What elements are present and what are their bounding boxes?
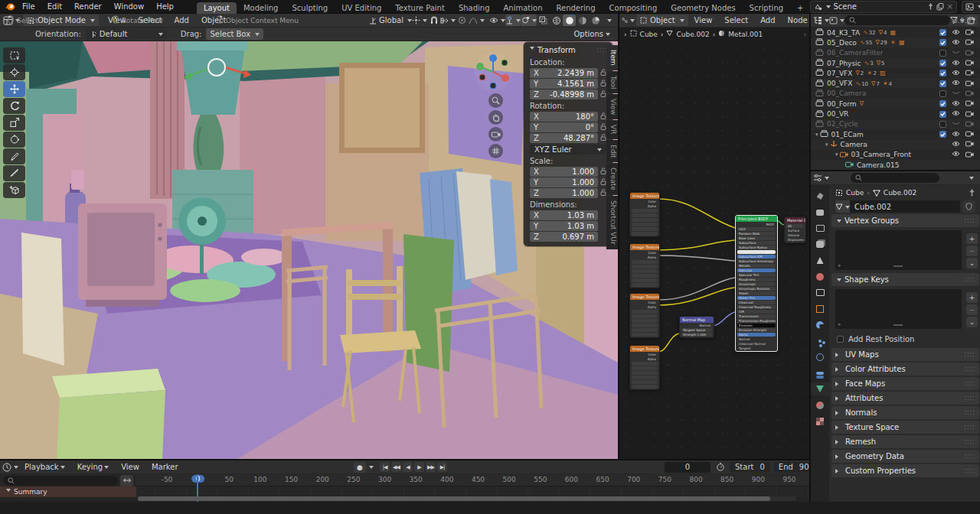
eye-closed-icon[interactable]: [952, 49, 960, 55]
scale-tool-button[interactable]: [3, 115, 25, 131]
shading-rendered-button[interactable]: [589, 15, 602, 26]
workspace-tab-layout[interactable]: Layout: [197, 2, 237, 14]
panel-header-vertex-groups[interactable]: Vertex Groups::::: [831, 214, 979, 227]
transform-value-field[interactable]: Z0.697 m: [530, 232, 598, 242]
properties-tab-world[interactable]: [811, 270, 829, 283]
properties-tab-render[interactable]: [811, 206, 829, 219]
camera-toggle-icon[interactable]: [965, 99, 974, 106]
list-resize-grip[interactable]: ▸: [838, 262, 841, 268]
exclude-checkbox[interactable]: [939, 90, 946, 97]
start-frame-field[interactable]: Start 0: [730, 462, 770, 473]
bsdf-row[interactable]: GGX: [737, 227, 776, 231]
panel-header-attributes[interactable]: Attributes::::: [831, 392, 979, 405]
workspace-tab-texture-paint[interactable]: Texture Paint: [388, 2, 452, 14]
eye-toggle[interactable]: [952, 100, 960, 108]
node-field[interactable]: [632, 218, 658, 222]
properties-tab-output[interactable]: [811, 222, 829, 235]
scene-selector[interactable]: Scene ×: [810, 1, 956, 13]
properties-tab-tool[interactable]: [811, 190, 829, 203]
lock-open-icon[interactable]: [600, 90, 606, 97]
menu-window[interactable]: Window: [108, 0, 150, 13]
node-field[interactable]: [632, 371, 658, 375]
eye-icon[interactable]: [952, 39, 960, 45]
eye-toggle[interactable]: [952, 70, 960, 77]
timeline-menu-view[interactable]: View: [115, 460, 145, 473]
specials-dropdown-button[interactable]: ⌄: [966, 317, 978, 327]
expander-icon[interactable]: ▾: [825, 142, 828, 148]
normal-map-row[interactable]: Strength 1.000: [681, 333, 712, 337]
image-texture-node-1[interactable]: Image TextureColorAlpha: [629, 192, 660, 237]
properties-tab-collection[interactable]: [811, 286, 829, 299]
new-scene-icon[interactable]: [936, 3, 944, 11]
stopwatch-icon[interactable]: [714, 461, 727, 473]
panel-header-color-attributes[interactable]: Color Attributes::::: [831, 363, 979, 376]
panel-header-shape-keys[interactable]: Shape Keys::::: [831, 273, 979, 286]
properties-tab-constraints[interactable]: [811, 366, 829, 379]
node-field[interactable]: [632, 333, 658, 337]
bsdf-row[interactable]: IOR: [737, 310, 776, 314]
sidebar-tab-vr[interactable]: VR: [606, 120, 618, 138]
workspace-tab-sculpting[interactable]: Sculpting: [285, 2, 335, 14]
node-field[interactable]: [632, 269, 658, 273]
node-field[interactable]: [632, 260, 658, 264]
eye-toggle[interactable]: [952, 89, 960, 97]
select-box-tool-button[interactable]: [3, 47, 25, 63]
panel-header-face-maps[interactable]: Face Maps::::: [831, 377, 979, 390]
node-field[interactable]: [632, 278, 658, 282]
shading-solid-button[interactable]: [563, 15, 576, 26]
remove-item-button[interactable]: −: [966, 304, 978, 315]
mesh-datablock-selector[interactable]: [835, 200, 850, 213]
pivot-point-dropdown[interactable]: [412, 15, 427, 26]
current-frame-field[interactable]: 0: [665, 462, 710, 473]
blender-logo-icon[interactable]: [3, 1, 16, 12]
node-field[interactable]: [632, 227, 658, 231]
output-row[interactable]: Volume: [786, 233, 804, 237]
filter-toggle-button[interactable]: [120, 475, 133, 486]
panel-header-custom-properties[interactable]: Custom Properties::::: [831, 464, 979, 477]
snap-dropdown[interactable]: [440, 15, 456, 26]
bsdf-row[interactable]: Transmission: [737, 314, 776, 318]
lock-icon[interactable]: [600, 189, 606, 197]
principled-bsdf-node[interactable]: Principled BSDFBSDFGGXRandom WalkBase Co…: [735, 215, 778, 352]
camera-toggle-icon[interactable]: [965, 59, 974, 66]
lock-open-icon[interactable]: [600, 69, 606, 76]
panel-header-normals[interactable]: Normals::::: [831, 406, 979, 419]
node-field[interactable]: [632, 314, 658, 318]
expander-icon[interactable]: ▾: [815, 132, 818, 138]
workspace-tab-scripting[interactable]: Scripting: [743, 2, 790, 14]
node-menu-add[interactable]: Add: [754, 14, 781, 27]
image-texture-node-2[interactable]: Image TextureColorAlpha: [629, 243, 660, 288]
workspace-tab-uv-editing[interactable]: UV Editing: [335, 2, 388, 14]
bsdf-row[interactable]: Subsurface Anisotropy: [737, 259, 776, 263]
exclude-checkbox[interactable]: [939, 29, 946, 36]
breadcrumb-object[interactable]: Cube: [846, 189, 864, 197]
bsdf-row[interactable]: Transmission Roughness: [737, 319, 776, 323]
eye-icon[interactable]: [952, 141, 960, 147]
bsdf-row[interactable]: Normal: [737, 337, 776, 341]
transform-value-field[interactable]: X180°: [530, 112, 598, 122]
output-row[interactable]: All: [786, 224, 804, 228]
eye-toggle[interactable]: [952, 131, 960, 138]
panel-header-uv-maps[interactable]: UV Maps::::: [831, 348, 979, 361]
node-field[interactable]: [632, 366, 658, 370]
overlays-dropdown[interactable]: [521, 15, 537, 26]
camera-toggle[interactable]: [965, 69, 974, 77]
proportional-editing-toggle[interactable]: [456, 15, 469, 26]
bsdf-row[interactable]: Anisotropic: [737, 282, 776, 286]
annotate-tool-button[interactable]: [3, 148, 25, 164]
outliner-row-00-camera[interactable]: 00_Camera: [811, 89, 980, 99]
transform-value-field[interactable]: Y1.03 m: [530, 221, 598, 231]
xray-toggle[interactable]: [537, 15, 550, 26]
bsdf-row[interactable]: Specular: [737, 268, 776, 272]
panel-header-texture-space[interactable]: Texture Space::::: [831, 421, 979, 434]
lock-icon[interactable]: [600, 90, 606, 99]
bsdf-row[interactable]: Clearcoat Roughness: [737, 305, 776, 309]
transform-value-field[interactable]: X1.000: [530, 167, 598, 177]
bsdf-row[interactable]: Roughness: [737, 278, 776, 281]
camera-toggle-icon[interactable]: [965, 110, 974, 117]
lock-open-icon[interactable]: [600, 178, 606, 185]
exclude-checkbox[interactable]: [939, 111, 946, 118]
node-menu-select[interactable]: Select: [718, 14, 754, 27]
camera-view-button[interactable]: [488, 127, 503, 142]
options-button[interactable]: Options: [573, 28, 610, 40]
